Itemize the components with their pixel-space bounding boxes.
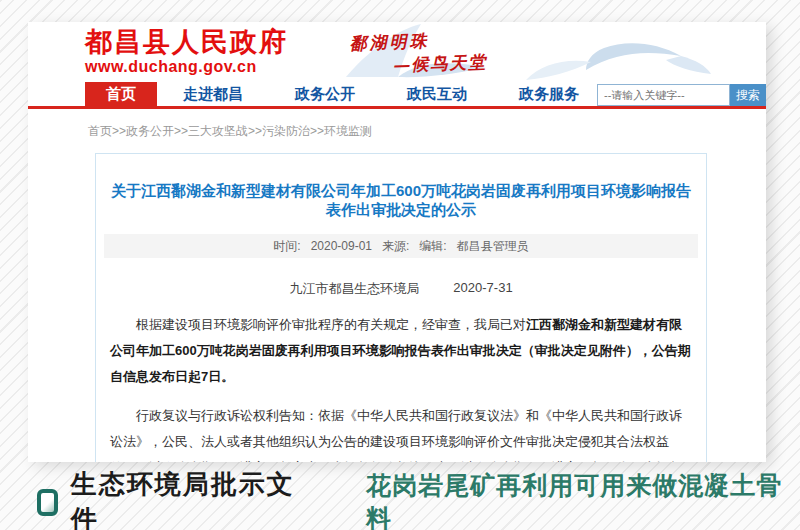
article-body: 根据建设项目环境影响评价审批程序的有关规定，经审查，我局已对江西鄱湖金和新型建材…	[96, 312, 706, 462]
site-slogan: 鄱湖明珠 —候鸟天堂	[349, 28, 488, 79]
article-title: 关于江西鄱湖金和新型建材有限公司年加工600万吨花岗岩固废再利用项目环境影响报告…	[110, 182, 692, 220]
search-button[interactable]: 搜索	[730, 84, 766, 106]
paragraph-rights-notice: 行政复议与行政诉讼权利告知：依据《中华人民共和国行政复议法》和《中华人民共和国行…	[110, 403, 692, 462]
meta-time-label: 时间:	[273, 238, 300, 255]
breadcrumb[interactable]: 首页>>政务公开>>三大攻坚战>>污染防治>>环境监测	[28, 109, 766, 153]
main-nav: 首页 走进都昌 政务公开 政民互动 政务服务 搜索	[28, 82, 766, 109]
site-banner: 都昌县人民政府 www.duchang.gov.cn 鄱湖明珠 —候鸟天堂	[28, 22, 766, 82]
nav-item-home[interactable]: 首页	[85, 82, 157, 106]
meta-editor-value: 都昌县管理员	[457, 238, 529, 255]
nav-item-services[interactable]: 政务服务	[493, 82, 605, 106]
slogan-line2: —候鸟天堂	[392, 51, 488, 77]
meta-editor-label: 编辑:	[419, 238, 446, 255]
image-caption: 生态环境局批示文件 花岗岩尾矿再利用可用来做混凝土骨料	[0, 474, 800, 530]
site-name: 都昌县人民政府	[85, 28, 288, 58]
meta-source-label: 来源:	[382, 238, 409, 255]
nav-item-about[interactable]: 走进都昌	[157, 82, 269, 106]
document-date: 2020-7-31	[453, 280, 512, 298]
article-panel: 关于江西鄱湖金和新型建材有限公司年加工600万吨花岗岩固废再利用项目环境影响报告…	[95, 153, 707, 462]
meta-time-value: 2020-09-01	[311, 239, 372, 253]
paragraph-approval: 根据建设项目环境影响评价审批程序的有关规定，经审查，我局已对江西鄱湖金和新型建材…	[110, 312, 692, 390]
issuing-agency: 九江市都昌生态环境局	[289, 280, 419, 298]
website-screenshot: 都昌县人民政府 www.duchang.gov.cn 鄱湖明珠 —候鸟天堂 首页…	[28, 22, 766, 462]
site-url: www.duchang.gov.cn	[85, 58, 288, 76]
search-input[interactable]	[597, 84, 730, 106]
nav-item-gov-affairs[interactable]: 政务公开	[269, 82, 381, 106]
paragraph-approval-lead: 根据建设项目环境影响评价审批程序的有关规定，经审查，我局已对	[136, 317, 526, 332]
document-header: 九江市都昌生态环境局 2020-7-31	[96, 280, 706, 298]
nav-item-interaction[interactable]: 政民互动	[381, 82, 493, 106]
caption-title: 生态环境局批示文件	[71, 467, 318, 530]
caption-note: 花岗岩尾矿再利用可用来做混凝土骨料	[366, 469, 800, 530]
site-logo[interactable]: 都昌县人民政府 www.duchang.gov.cn	[85, 28, 288, 75]
search-bar: 搜索	[597, 84, 766, 106]
document-badge-icon	[37, 489, 58, 516]
article-meta: 时间: 2020-09-01 来源: 编辑: 都昌县管理员	[104, 234, 698, 258]
